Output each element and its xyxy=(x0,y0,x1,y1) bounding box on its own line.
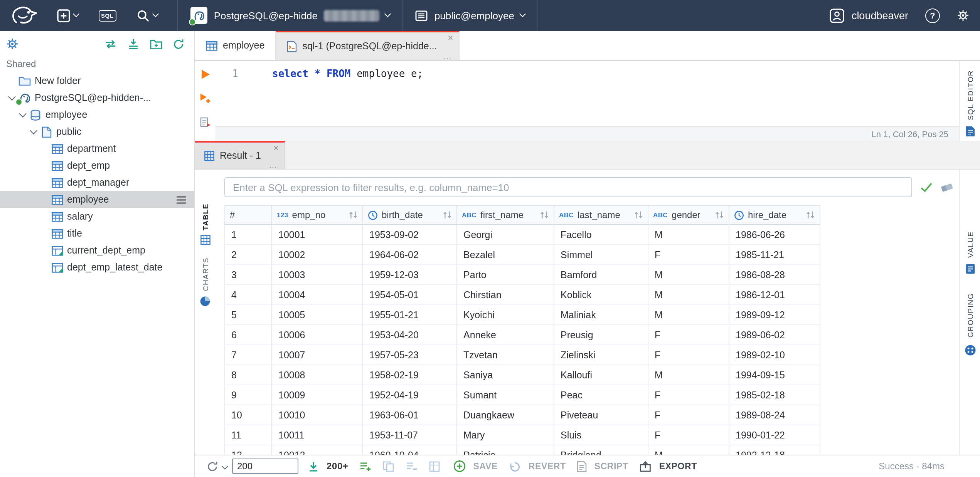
grid-cell[interactable]: M xyxy=(648,365,729,385)
grid-cell[interactable]: M xyxy=(648,285,729,305)
grid-cell[interactable]: F xyxy=(648,345,729,365)
column-header-last_name[interactable]: ABClast_name xyxy=(554,205,648,225)
grid-cell[interactable]: 10004 xyxy=(272,285,363,305)
sync-connections-icon[interactable] xyxy=(104,38,117,50)
close-icon[interactable]: × xyxy=(448,33,453,42)
sql-editor-strip-icon[interactable] xyxy=(965,126,975,137)
grid-cell[interactable]: 1986-08-28 xyxy=(729,265,820,285)
grid-cell[interactable]: F xyxy=(648,325,729,345)
tree-item-current-dept-emp[interactable]: current_dept_emp xyxy=(0,242,194,259)
grid-cell[interactable]: 1960-10-04 xyxy=(363,445,457,455)
grid-cell[interactable]: Sumant xyxy=(457,385,554,405)
column-header-gender[interactable]: ABCgender xyxy=(648,205,729,225)
grid-cell[interactable]: Anneke xyxy=(457,325,554,345)
grid-cell[interactable]: 1953-09-02 xyxy=(363,225,457,245)
sidebar-settings-icon[interactable] xyxy=(6,38,19,50)
row-index[interactable]: 10 xyxy=(225,405,272,425)
edit-grid-icon[interactable] xyxy=(428,460,441,472)
sort-icon[interactable] xyxy=(715,210,724,220)
search-connections-button[interactable] xyxy=(136,9,158,22)
row-index[interactable]: 8 xyxy=(225,365,272,385)
sort-icon[interactable] xyxy=(634,210,643,220)
grid-cell[interactable]: Kalloufi xyxy=(554,365,648,385)
row-index[interactable]: 4 xyxy=(225,285,272,305)
row-index[interactable]: 12 xyxy=(225,445,272,455)
grid-cell[interactable]: 1992-12-18 xyxy=(729,445,820,455)
grid-cell[interactable]: 1957-05-23 xyxy=(363,345,457,365)
tree-item-dept-emp-latest-date[interactable]: dept_emp_latest_date xyxy=(0,259,194,276)
grid-cell[interactable]: 1994-09-15 xyxy=(729,365,820,385)
grid-cell[interactable]: 1985-02-18 xyxy=(729,385,820,405)
value-panel-icon[interactable] xyxy=(965,264,975,275)
grid-cell[interactable]: 1953-04-20 xyxy=(363,325,457,345)
grid-cell[interactable]: Bamford xyxy=(554,265,648,285)
add-row-icon[interactable] xyxy=(359,460,371,472)
column-header-emp_no[interactable]: 123emp_no xyxy=(272,205,363,225)
grid-cell[interactable]: 10008 xyxy=(272,365,363,385)
tree-item-salary[interactable]: salary xyxy=(0,208,194,225)
save-button[interactable]: SAVE xyxy=(453,460,497,472)
grid-cell[interactable]: Tzvetan xyxy=(457,345,554,365)
grid-cell[interactable]: 1989-06-02 xyxy=(729,325,820,345)
close-icon[interactable]: × xyxy=(273,143,279,153)
row-index[interactable]: 3 xyxy=(225,265,272,285)
sort-icon[interactable] xyxy=(540,210,549,220)
row-index[interactable]: 1 xyxy=(225,225,272,245)
grid-cell[interactable]: 1954-05-01 xyxy=(363,285,457,305)
tree-item-employee[interactable]: employee xyxy=(0,106,194,123)
tab-employee[interactable]: employee xyxy=(195,31,276,60)
grid-cell[interactable]: Chirstian xyxy=(457,285,554,305)
grid-cell[interactable]: Koblick xyxy=(554,285,648,305)
sql-editor-vertical-tab[interactable]: SQL EDITOR xyxy=(966,70,974,120)
column-header-hire_date[interactable]: hire_date xyxy=(729,205,820,225)
grid-cell[interactable]: Preusig xyxy=(554,325,648,345)
grid-cell[interactable]: Bezalel xyxy=(457,245,554,265)
grid-cell[interactable]: 1955-01-21 xyxy=(363,305,457,325)
grid-cell[interactable]: 1958-02-19 xyxy=(363,365,457,385)
chevron-down-icon[interactable] xyxy=(222,463,228,469)
grid-cell[interactable]: 10006 xyxy=(272,325,363,345)
delete-row-icon[interactable] xyxy=(405,460,418,472)
connection-selector[interactable]: PostgreSQL@ep-hidde xyxy=(178,0,402,31)
tab-table-view[interactable]: TABLE xyxy=(200,203,210,245)
row-index[interactable]: 2 xyxy=(225,245,272,265)
refresh-results-icon[interactable] xyxy=(207,460,218,472)
grid-cell[interactable]: 10012 xyxy=(272,445,363,455)
grid-cell[interactable]: 10011 xyxy=(272,425,363,445)
row-limit-input[interactable] xyxy=(232,459,298,474)
tree-item-department[interactable]: department xyxy=(0,140,194,157)
revert-button[interactable]: REVERT xyxy=(509,460,566,472)
column-header-num[interactable]: # xyxy=(225,205,272,225)
grid-cell[interactable]: 1986-12-01 xyxy=(729,285,820,305)
execute-query-button[interactable] xyxy=(200,69,210,80)
fetch-more-button[interactable]: 200+ xyxy=(307,460,348,472)
grid-cell[interactable]: F xyxy=(648,405,729,425)
user-menu[interactable]: cloudbeaver xyxy=(830,8,908,23)
grid-cell[interactable]: Kyoichi xyxy=(457,305,554,325)
grid-cell[interactable]: 1989-08-24 xyxy=(729,405,820,425)
grid-cell[interactable]: Piveteau xyxy=(554,405,648,425)
grid-cell[interactable]: Georgi xyxy=(457,225,554,245)
tree-item-public[interactable]: public xyxy=(0,123,194,140)
help-button[interactable]: ? xyxy=(925,8,940,23)
grid-cell[interactable]: 10003 xyxy=(272,265,363,285)
row-index[interactable]: 9 xyxy=(225,385,272,405)
grid-cell[interactable]: 1963-06-01 xyxy=(363,405,457,425)
new-object-button[interactable] xyxy=(57,9,78,22)
grid-cell[interactable]: 10001 xyxy=(272,225,363,245)
grid-cell[interactable]: 1953-11-07 xyxy=(363,425,457,445)
grouping-panel-tab[interactable]: GROUPING xyxy=(966,293,974,338)
column-header-first_name[interactable]: ABCfirst_name xyxy=(457,205,554,225)
refresh-tree-icon[interactable] xyxy=(173,38,184,50)
grid-cell[interactable]: 10007 xyxy=(272,345,363,365)
grid-cell[interactable]: Simmel xyxy=(554,245,648,265)
tab-sql-1[interactable]: sql-1 (PostgreSQL@ep-hidde... × … xyxy=(276,31,459,60)
schema-selector[interactable]: public@employee xyxy=(403,0,537,31)
more-icon[interactable]: … xyxy=(269,161,277,169)
new-sql-editor-button[interactable]: SQL xyxy=(98,10,116,21)
grid-cell[interactable]: M xyxy=(648,445,729,455)
add-folder-icon[interactable] xyxy=(150,38,163,50)
cloudbeaver-logo-icon[interactable] xyxy=(9,4,40,27)
grid-cell[interactable]: Saniya xyxy=(457,365,554,385)
apply-filter-icon[interactable] xyxy=(920,182,933,193)
